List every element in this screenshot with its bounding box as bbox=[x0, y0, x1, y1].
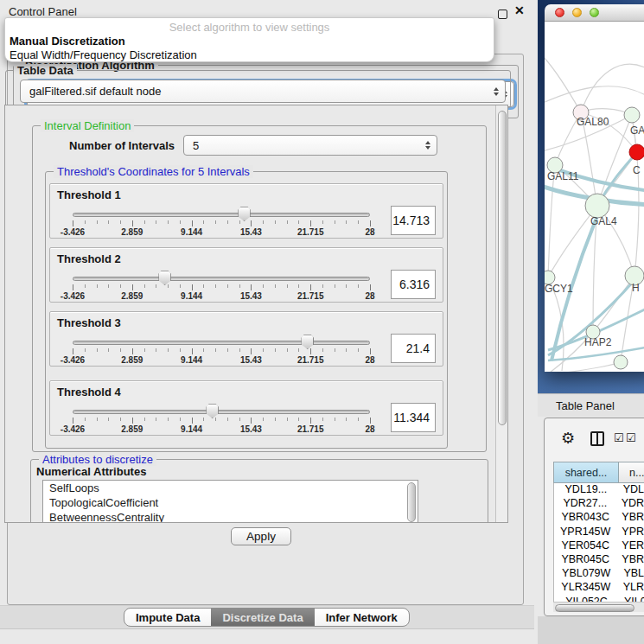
tick-mark bbox=[120, 348, 121, 352]
tick-mark bbox=[346, 418, 347, 421]
popup-option-manual[interactable]: Manual Discretization bbox=[5, 34, 494, 48]
tick-mark bbox=[132, 220, 133, 226]
tick-mark bbox=[370, 220, 371, 226]
node-label-ga: GA bbox=[630, 124, 644, 137]
close-icon[interactable]: ✕ bbox=[514, 3, 525, 17]
network-window-titlebar[interactable] bbox=[545, 4, 644, 22]
list-scrollbar[interactable] bbox=[407, 482, 416, 522]
node-label-c: C bbox=[633, 164, 641, 176]
tick-mark bbox=[263, 220, 264, 224]
table-data-combobox[interactable]: galFiltered.sif default node bbox=[20, 80, 506, 103]
tick-label: 21.715 bbox=[284, 355, 336, 365]
columns-icon[interactable] bbox=[590, 431, 604, 446]
tick-mark bbox=[322, 220, 323, 224]
slider-thumb[interactable] bbox=[238, 207, 251, 221]
table-data-value: galFiltered.sif default node bbox=[29, 85, 161, 98]
tick-mark bbox=[120, 284, 121, 288]
tick-label: 15.43 bbox=[225, 355, 277, 365]
tick-mark bbox=[263, 284, 264, 288]
scrollbar-thumb[interactable] bbox=[555, 604, 634, 612]
number-of-intervals-combobox[interactable]: 5 bbox=[183, 135, 437, 156]
threshold-value-field[interactable]: 14.713 bbox=[391, 206, 436, 235]
cell-shared-name: YER054C bbox=[554, 539, 616, 553]
tick-label: -3.426 bbox=[47, 291, 99, 301]
numerical-attributes-list[interactable]: SelfLoopsTopologicalCoefficientBetweenne… bbox=[42, 480, 418, 523]
tick-mark bbox=[310, 220, 311, 226]
checkbox-icon[interactable]: ☑ bbox=[626, 431, 636, 444]
tab-infer-network[interactable]: Infer Network bbox=[315, 609, 409, 626]
table-row[interactable]: YPR145WYPR1 bbox=[554, 526, 644, 539]
close-traffic-icon[interactable] bbox=[555, 8, 564, 17]
tick-mark bbox=[97, 418, 98, 421]
slider-thumb[interactable] bbox=[206, 404, 219, 418]
tab-impute-data[interactable]: Impute Data bbox=[124, 609, 211, 626]
tick-mark bbox=[322, 348, 323, 352]
network-canvas[interactable]: GAL80GACGAL11GAL4GCY1HHAP2 bbox=[545, 22, 644, 372]
threshold-item-2: Threshold 2-3.4262.8599.14415.4321.71528… bbox=[49, 247, 443, 303]
slider-track[interactable] bbox=[73, 341, 370, 345]
tick-mark bbox=[180, 418, 181, 421]
tick-mark bbox=[215, 284, 216, 288]
checkbox-icon[interactable]: ☑ bbox=[614, 431, 624, 444]
tick-mark bbox=[108, 220, 109, 224]
table-row[interactable]: YDL19...YDL1 bbox=[554, 483, 644, 497]
tick-mark bbox=[335, 284, 335, 288]
panel-scrollbar[interactable] bbox=[495, 105, 507, 522]
table-row[interactable]: YBR043CYBR0 bbox=[554, 511, 644, 525]
threshold-value-field[interactable]: 6.316 bbox=[391, 270, 436, 299]
tick-mark bbox=[346, 284, 347, 288]
zoom-traffic-icon[interactable] bbox=[590, 8, 599, 17]
tick-mark bbox=[275, 348, 276, 352]
scrollbar-thumb[interactable] bbox=[498, 111, 507, 425]
table-row[interactable]: YDR27...YDR2 bbox=[554, 497, 644, 511]
stepper-arrows-icon bbox=[425, 141, 430, 150]
tick-mark bbox=[85, 348, 86, 352]
tick-mark bbox=[97, 284, 98, 288]
attribute-list-item[interactable]: SelfLoops bbox=[43, 481, 418, 495]
cell-name: YDR2 bbox=[616, 497, 644, 511]
attribute-list-item[interactable]: TopologicalCoefficient bbox=[43, 495, 418, 510]
table-row[interactable]: YER054CYER0 bbox=[554, 539, 644, 553]
slider-track[interactable] bbox=[73, 277, 370, 281]
tick-label: 15.43 bbox=[225, 291, 277, 301]
column-header-name[interactable]: n... bbox=[619, 462, 644, 482]
tick-mark bbox=[192, 284, 193, 290]
attribute-list-item[interactable]: BetweennessCentrality bbox=[43, 510, 418, 523]
slider-track[interactable] bbox=[73, 213, 370, 217]
tick-mark bbox=[310, 418, 311, 424]
threshold-value-field[interactable]: 11.344 bbox=[391, 403, 436, 432]
attributes-group: Attributes to discretize Numerical Attri… bbox=[30, 459, 488, 523]
gear-icon[interactable]: ⚙ bbox=[561, 429, 575, 448]
column-header-shared[interactable]: shared... bbox=[554, 462, 619, 482]
tab-discretize-data[interactable]: Discretize Data bbox=[211, 609, 314, 626]
slider-thumb[interactable] bbox=[158, 271, 171, 285]
tick-mark bbox=[120, 220, 121, 224]
table-data-title: Table Data bbox=[14, 64, 77, 77]
table-row[interactable]: YLR345WYLR3 bbox=[554, 581, 644, 595]
table-row[interactable]: YBR045CYBR0 bbox=[554, 553, 644, 567]
tick-mark bbox=[180, 284, 181, 288]
table-hscrollbar[interactable] bbox=[553, 602, 644, 612]
network-view-window[interactable]: GAL80GACGAL11GAL4GCY1HHAP2 bbox=[545, 4, 644, 372]
minimize-traffic-icon[interactable] bbox=[572, 8, 582, 17]
popup-option-equal-width[interactable]: Equal Width/Frequency Discretization bbox=[5, 48, 494, 61]
tick-mark bbox=[108, 348, 109, 352]
stepper-arrows-icon bbox=[494, 87, 499, 96]
tick-mark bbox=[73, 348, 73, 354]
tick-mark bbox=[203, 220, 204, 224]
tick-mark bbox=[251, 284, 252, 290]
table-row[interactable]: YBL079WYBL0 bbox=[554, 567, 644, 581]
tick-label: -3.426 bbox=[47, 355, 99, 365]
tick-mark bbox=[85, 418, 86, 421]
right-side: GAL80GACGAL11GAL4GCY1HHAP2 Table Panel ⚙… bbox=[538, 0, 644, 644]
tick-mark bbox=[346, 220, 347, 224]
control-panel: Control Panel ✕ NetworkStyleSelectCyni T… bbox=[0, 0, 538, 644]
interval-definition-title: Interval Definition bbox=[41, 119, 134, 132]
tick-label: 9.144 bbox=[166, 291, 218, 301]
slider-thumb[interactable] bbox=[301, 335, 314, 349]
tick-mark bbox=[251, 348, 252, 354]
threshold-value-field[interactable]: 21.4 bbox=[391, 334, 436, 363]
float-window-icon[interactable] bbox=[498, 10, 507, 19]
slider-track[interactable] bbox=[73, 410, 370, 414]
apply-button[interactable]: Apply bbox=[231, 527, 291, 545]
